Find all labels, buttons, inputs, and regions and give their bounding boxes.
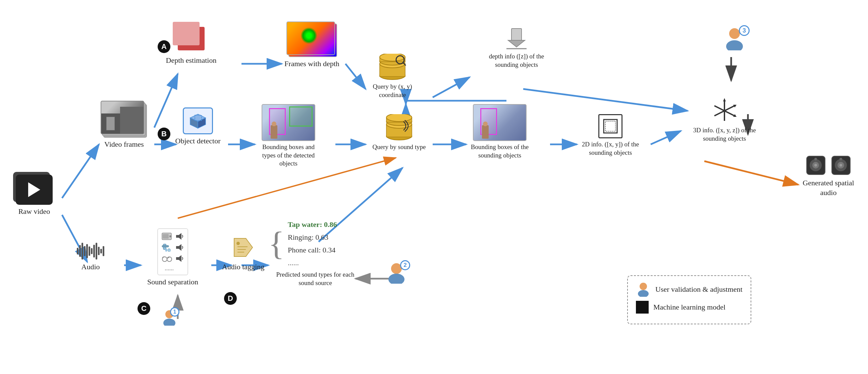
bbox-green: [289, 107, 313, 126]
info-2d-icon: [598, 114, 622, 138]
svg-marker-81: [176, 244, 181, 251]
svg-point-60: [729, 28, 740, 39]
svg-point-94: [640, 283, 647, 290]
pred-ringing: Ringing: 0.63: [288, 231, 337, 244]
svg-point-40: [380, 54, 405, 61]
bar12: [103, 246, 104, 256]
diagram: Raw video Video frames A Depth estimatio…: [0, 0, 868, 374]
bbox-sounding-node: Bounding boxes of the sounding objects: [466, 104, 533, 160]
depth-estimation-label: Depth estimation: [166, 56, 217, 65]
bar8: [93, 245, 95, 258]
audio-tag-icon: [231, 235, 256, 260]
pred-dots: ......: [288, 257, 337, 269]
object-detector-label: Object detector: [176, 136, 221, 146]
person-head2: [483, 121, 488, 126]
speakers-icon: [805, 154, 852, 176]
frames-depth-node: Frames with depth: [278, 20, 345, 69]
svg-point-74: [169, 235, 172, 237]
raw-video-label: Raw video: [19, 207, 50, 217]
legend-ml-dot: [636, 301, 648, 313]
cube-svg: [189, 112, 207, 129]
svg-point-66: [814, 158, 817, 161]
depth-rect-front: [173, 22, 199, 45]
pred-brace: {: [268, 227, 284, 261]
audio-waveform: [75, 242, 106, 260]
pred-list: Tap water: 0.86 Ringing: 0.63 Phone call…: [288, 218, 337, 269]
bbox-sounding-frame: [473, 104, 527, 141]
query-xy-node: Query by (x, y) coordinate: [362, 54, 423, 99]
glasses-icon: [161, 254, 172, 263]
2d-box-svg: [602, 118, 619, 135]
legend-user-label: User validation & adjustment: [655, 285, 743, 294]
badge-d: D: [224, 292, 237, 305]
predictions-node: { Tap water: 0.86 Ringing: 0.63 Phone ca…: [268, 218, 362, 287]
bar3: [82, 243, 83, 260]
frames-depth-icon: [285, 20, 339, 57]
bar2: [79, 245, 81, 257]
sound-wave1-icon: [175, 232, 184, 241]
svg-marker-85: [176, 255, 181, 262]
sep-row1: [161, 232, 184, 241]
room-door: [106, 117, 115, 130]
room-wall-right: [120, 107, 144, 134]
faucet-icon: [161, 243, 172, 252]
user2-node: 2: [386, 262, 407, 285]
sound-wave2-icon: [175, 243, 184, 252]
legend-ml-circle: [636, 301, 649, 314]
svg-line-13: [433, 77, 470, 97]
user1-node: 1: [161, 309, 178, 326]
sound-separation-node: ...... Sound separation: [141, 228, 205, 287]
audio-tagging-label: Audio tagging: [222, 262, 265, 272]
video-frames-label: Video frames: [104, 140, 144, 149]
svg-rect-78: [165, 249, 167, 252]
svg-line-5: [62, 144, 99, 198]
bar4: [84, 246, 86, 256]
spatial-audio-label: Generated spatial audio: [795, 178, 862, 197]
info-3d-node: 3D info. ([x, y, z]) of the sounding obj…: [684, 97, 765, 143]
person-body: [271, 125, 277, 139]
svg-rect-53: [606, 121, 615, 131]
user3-node: 3: [714, 27, 755, 54]
badge-3-icon: 3: [739, 25, 750, 36]
user3-icon: 3: [721, 27, 748, 54]
pred-brace-wrap: { Tap water: 0.86 Ringing: 0.63 Phone ca…: [268, 218, 362, 269]
depth-info-icon: [505, 27, 528, 50]
frames-depth-label: Frames with depth: [284, 59, 339, 69]
predictions-label: Predicted sound types for each sound sou…: [268, 270, 362, 287]
legend-box: User validation & adjustment Machine lea…: [627, 275, 751, 324]
raw-video-play: [16, 175, 53, 205]
depth-info-label: depth info ([z]) of the sounding objects: [483, 52, 550, 69]
bar7: [91, 248, 93, 254]
frame-front: [101, 101, 144, 134]
depth-estimation-node: Depth estimation: [164, 20, 218, 65]
bar10: [98, 247, 100, 255]
pred-tap-water: Tap water: 0.86: [288, 218, 337, 231]
speaker1-svg: [805, 154, 827, 176]
svg-line-16: [651, 131, 681, 144]
bbox-frame: [261, 104, 315, 141]
user2-icon-wrap: 2: [386, 262, 407, 285]
depth-front: [286, 22, 335, 55]
badge-1-icon: 1: [170, 307, 180, 317]
badge-2-icon: 2: [400, 260, 410, 270]
query-xy-icon: [377, 54, 407, 81]
bounding-boxes-label: Bounding boxes and types of the detected…: [255, 143, 322, 168]
bar5: [86, 244, 88, 258]
svg-point-87: [163, 319, 176, 326]
svg-rect-73: [163, 234, 169, 239]
heatmap-blob: [301, 27, 317, 44]
query-sound-icon: [384, 114, 414, 141]
info-3d-label: 3D info. ([x, y, z]) of the sounding obj…: [691, 126, 758, 143]
svg-marker-50: [508, 40, 525, 47]
svg-point-65: [814, 164, 817, 167]
video-frames-node: Video frames: [97, 101, 151, 149]
info-2d-label: 2D info. ([x, y]) of the sounding object…: [577, 140, 644, 157]
legend-row-ml: Machine learning model: [636, 301, 743, 314]
spatial-audio-node: Generated spatial audio: [792, 154, 865, 197]
svg-point-61: [726, 40, 743, 50]
audio-node: Audio: [67, 242, 114, 272]
bbox-sounding-label: Bounding boxes of the sounding objects: [466, 143, 533, 160]
sep-row3: [161, 254, 184, 263]
bar11: [100, 249, 102, 254]
svg-point-93: [389, 274, 404, 284]
